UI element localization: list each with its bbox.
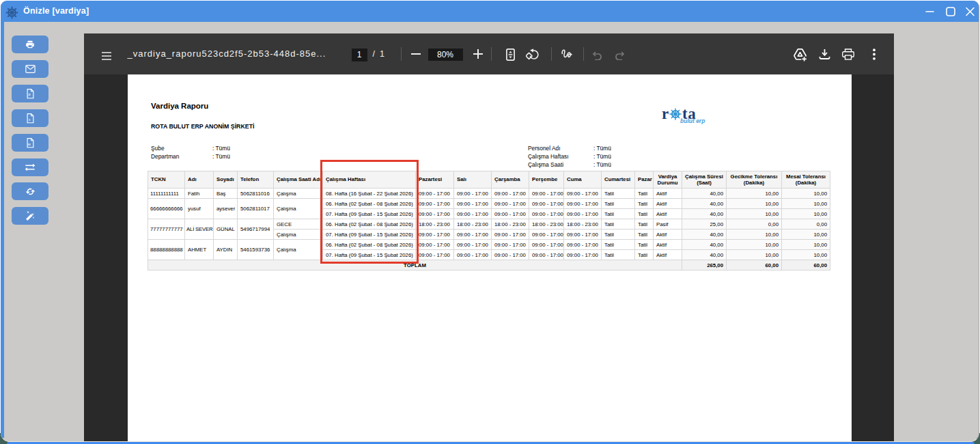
svg-text:P: P (28, 92, 31, 96)
svg-text:x: x (28, 117, 30, 122)
svg-text:w: w (27, 142, 31, 146)
